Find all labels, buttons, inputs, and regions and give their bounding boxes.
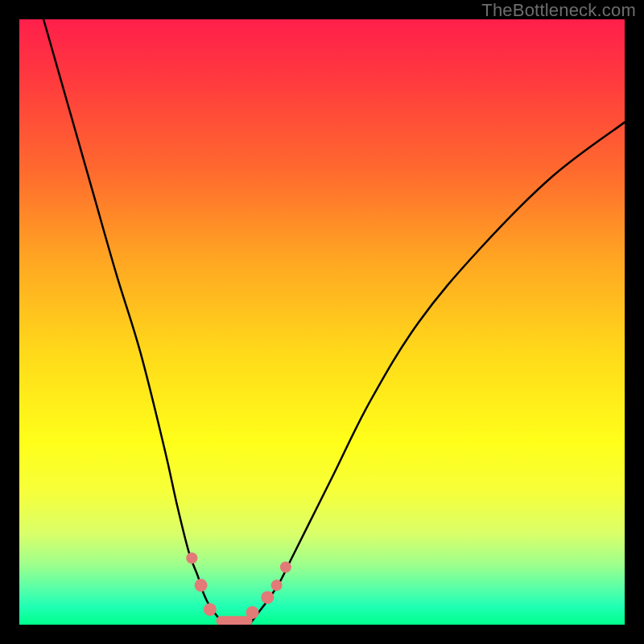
marker-point [204,603,217,616]
curve-left-curve [43,19,225,625]
curve-right-curve [250,122,625,625]
chart-svg [19,19,625,625]
marker-point [261,591,274,604]
floor-bar [216,616,252,625]
watermark-text: TheBottleneck.com [481,0,636,21]
marker-point [186,552,197,564]
chart-frame: TheBottleneck.com [0,0,644,644]
marker-point [246,606,259,619]
marker-point [195,579,208,592]
marker-point [271,580,283,591]
marker-point [280,562,291,573]
plot-area [19,19,625,625]
